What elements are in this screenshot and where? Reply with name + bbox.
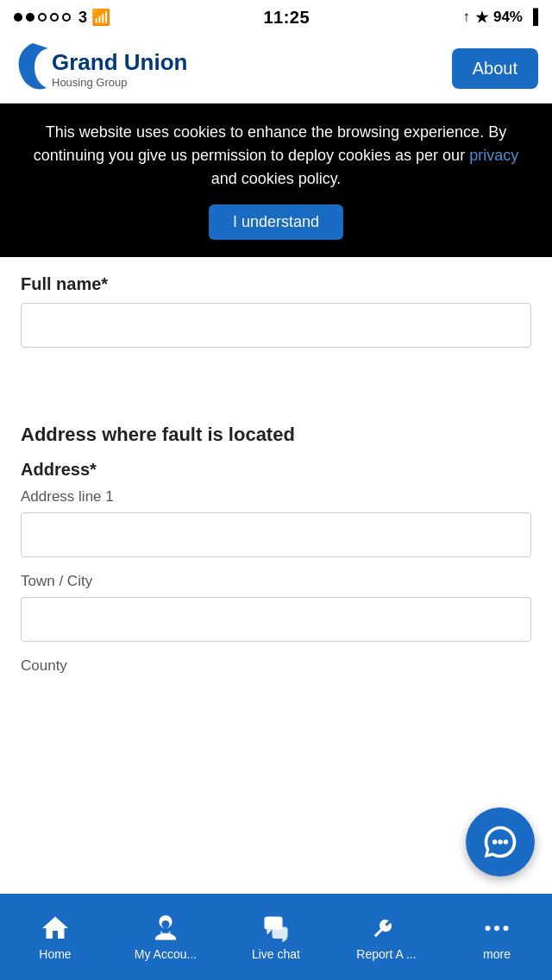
svg-marker-9	[267, 930, 273, 935]
address-required: *	[90, 460, 97, 479]
privacy-link[interactable]: privacy	[469, 147, 518, 164]
status-bar: 3 📶 11:25 ↑ ★ 94% ▐	[0, 0, 552, 35]
dot5	[62, 13, 71, 22]
bottom-nav: Home My Accou... Live chat Report A ...	[0, 894, 552, 980]
dot2	[26, 13, 34, 22]
full-name-required: *	[101, 274, 108, 293]
county-sub: County	[21, 657, 531, 675]
battery-label: 94%	[493, 9, 523, 26]
nav-report[interactable]: Report A ...	[331, 913, 442, 961]
logo-main-text: Grand Union	[52, 49, 187, 76]
chat-fab-button[interactable]	[466, 807, 535, 876]
bottom-spacer	[21, 690, 531, 811]
cookie-text-part2: and cookies policy.	[211, 170, 342, 187]
status-right: ↑ ★ 94% ▐	[462, 9, 538, 27]
svg-point-2	[504, 839, 509, 845]
header: Grand Union Housing Group About	[0, 35, 552, 104]
svg-point-13	[494, 926, 499, 931]
full-name-group: Full name*	[21, 274, 531, 348]
county-group: County	[21, 657, 531, 675]
cookie-banner: This website uses cookies to enhance the…	[0, 104, 552, 257]
more-icon	[481, 913, 512, 944]
town-city-input[interactable]	[21, 597, 531, 642]
location-icon: ↑	[462, 9, 470, 26]
svg-point-0	[492, 839, 498, 845]
dot3	[38, 13, 47, 22]
svg-point-1	[498, 839, 503, 845]
logo-sub-text: Housing Group	[52, 76, 187, 89]
chat-bubble-icon	[481, 823, 519, 861]
dot1	[14, 13, 22, 22]
spacer2	[21, 380, 531, 398]
logo-text-block: Grand Union Housing Group	[52, 49, 187, 89]
bluetooth-icon: ★	[475, 9, 488, 27]
battery-icon: ▐	[528, 9, 538, 26]
svg-point-12	[486, 926, 491, 931]
dot4	[50, 13, 59, 22]
svg-rect-10	[273, 927, 288, 939]
form-area: Full name* Address where fault is locate…	[0, 257, 552, 828]
signal-dots	[14, 13, 71, 22]
logo-arc-icon	[14, 41, 52, 97]
nav-home[interactable]: Home	[0, 913, 110, 961]
svg-point-6	[162, 920, 170, 928]
cookie-text-part1: This website uses cookies to enhance the…	[34, 123, 506, 164]
nav-more[interactable]: more	[442, 913, 552, 961]
status-left: 3 📶	[14, 8, 110, 27]
town-city-group: Town / City	[21, 573, 531, 642]
town-city-sub: Town / City	[21, 573, 531, 590]
nav-livechat-label: Live chat	[252, 947, 300, 961]
cookie-button-container: I understand	[21, 201, 531, 240]
nav-more-label: more	[483, 947, 511, 961]
nav-livechat[interactable]: Live chat	[221, 913, 331, 961]
full-name-input[interactable]	[21, 303, 531, 348]
svg-rect-7	[162, 931, 170, 933]
about-button[interactable]: About	[452, 48, 538, 89]
understand-button[interactable]: I understand	[209, 204, 343, 240]
nav-report-label: Report A ...	[356, 947, 416, 961]
svg-marker-11	[283, 939, 288, 943]
time-display: 11:25	[263, 8, 310, 28]
address-section-title: Address where fault is located	[21, 424, 531, 446]
repair-icon	[371, 913, 402, 944]
nav-account[interactable]: My Accou...	[110, 913, 221, 961]
cookie-text: This website uses cookies to enhance the…	[21, 121, 531, 191]
address-line1-input[interactable]	[21, 512, 531, 557]
carrier-label: 3	[78, 9, 87, 27]
wifi-icon: 📶	[91, 8, 110, 27]
logo: Grand Union Housing Group	[14, 41, 187, 97]
address-line1-sub: Address line 1	[21, 488, 531, 506]
address-group: Address* Address line 1	[21, 460, 531, 557]
livechat-icon	[260, 913, 292, 944]
nav-home-label: Home	[39, 947, 71, 961]
account-icon	[150, 913, 181, 944]
home-icon	[40, 913, 71, 944]
svg-point-14	[504, 926, 509, 931]
nav-account-label: My Accou...	[135, 947, 197, 961]
full-name-label: Full name*	[21, 274, 531, 294]
address-label: Address*	[21, 460, 531, 480]
spacer1	[21, 363, 531, 380]
